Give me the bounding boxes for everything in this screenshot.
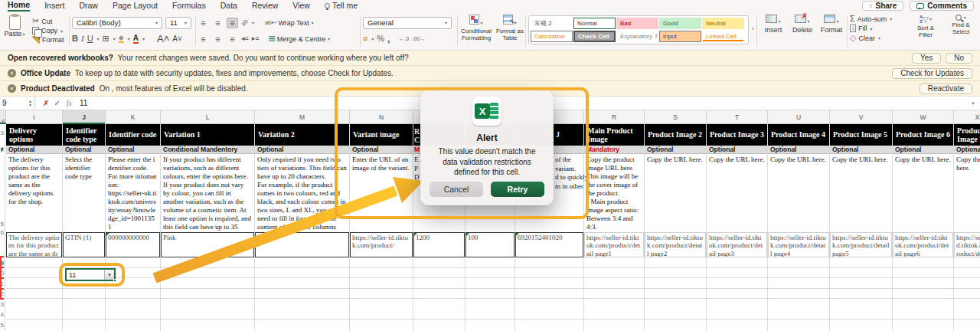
- yes-button[interactable]: Yes: [912, 53, 941, 64]
- data-cell[interactable]: 000000000000: [106, 232, 160, 257]
- name-box-stepper[interactable]: ▲▼: [26, 97, 35, 110]
- data-cell[interactable]: https://seller-id.tiktok.com/product/det…: [893, 232, 953, 257]
- column-letter-K[interactable]: K: [106, 110, 161, 124]
- shrink-font-button[interactable]: A˅: [172, 35, 182, 43]
- grow-font-button[interactable]: A˄: [157, 34, 169, 44]
- data-cell[interactable]: https://seller-id.tiktok.com/product/det…: [830, 232, 892, 257]
- clear-button[interactable]: ◇Clear▾: [850, 34, 892, 42]
- row-number[interactable]: 15: [0, 322, 4, 329]
- conditional-formatting-button[interactable]: ▾ Conditional Formatting: [459, 11, 493, 41]
- data-cell[interactable]: 100: [466, 232, 514, 257]
- wrap-text-button[interactable]: ab↩ Wrap Text▾: [265, 19, 314, 27]
- empty-rows[interactable]: [584, 257, 644, 331]
- data-cell[interactable]: https://seller-id.tiktok.com/product/det…: [707, 232, 767, 257]
- percent-button[interactable]: %: [377, 34, 384, 43]
- italic-button[interactable]: I: [81, 34, 84, 43]
- row-number[interactable]: 13: [0, 301, 4, 308]
- align-bottom-button[interactable]: ≡: [227, 18, 238, 28]
- format-as-table-button[interactable]: ▾ Format as Table: [495, 11, 525, 41]
- reactivate-button[interactable]: Reactivate: [920, 84, 972, 94]
- sort-filter-button[interactable]: AZ▽▾ Sort & Filter: [910, 11, 942, 39]
- decrease-decimal-button[interactable]: .00→: [412, 36, 425, 41]
- data-cell[interactable]: 6920152401020: [515, 232, 583, 257]
- row-number[interactable]: 3: [1, 129, 4, 136]
- check-for-updates-button[interactable]: Check for Updates: [892, 68, 972, 79]
- font-name-select[interactable]: Calibri (Body)▾: [72, 17, 162, 29]
- empty-rows[interactable]: [707, 257, 767, 331]
- data-cell[interactable]: The delivery options for this product ar…: [6, 232, 62, 257]
- empty-rows[interactable]: [413, 257, 465, 331]
- data-cell[interactable]: GTIN (1): [63, 232, 105, 257]
- cancel-entry-icon[interactable]: ✗: [43, 99, 49, 107]
- copy-button[interactable]: Copy▾: [32, 27, 64, 34]
- data-cell[interactable]: https://seller-id.tiktok.com/product/det…: [954, 232, 980, 257]
- align-middle-button[interactable]: ≡: [212, 18, 224, 28]
- empty-rows[interactable]: [830, 257, 892, 331]
- tab-data[interactable]: Data: [220, 1, 237, 11]
- data-cell[interactable]: 1200: [413, 232, 465, 257]
- fill-button[interactable]: ↓Fill▾: [850, 25, 892, 32]
- align-center-button[interactable]: ≡: [212, 34, 224, 44]
- decrease-indent-button[interactable]: ◂≡: [241, 35, 249, 42]
- align-left-button[interactable]: ≡: [198, 34, 209, 44]
- cut-button[interactable]: ✂Cut: [32, 17, 64, 25]
- column-letter-L[interactable]: L: [161, 110, 255, 124]
- style-changgui2[interactable]: 常规 2: [531, 18, 573, 29]
- number-format-select[interactable]: General▾: [363, 17, 452, 29]
- align-top-button[interactable]: ≡: [198, 18, 209, 28]
- tab-review[interactable]: Review: [252, 1, 278, 11]
- merge-centre-button[interactable]: ⊞ Merge & Centre▾: [269, 34, 331, 43]
- underline-button[interactable]: U: [87, 34, 93, 43]
- font-size-select[interactable]: 11▾: [165, 17, 191, 29]
- comments-button[interactable]: Comments: [910, 1, 974, 11]
- style-calculation[interactable]: Calculation: [531, 31, 573, 42]
- data-cell[interactable]: https://seller-id.tiktok.com/product/det…: [645, 232, 706, 257]
- empty-rows[interactable]: [6, 257, 62, 331]
- comma-button[interactable]: ,: [387, 34, 390, 44]
- formula-bar-expand-icon[interactable]: ▼: [971, 101, 975, 106]
- empty-rows[interactable]: [954, 257, 980, 331]
- style-neutral[interactable]: Neutral: [702, 18, 744, 29]
- empty-rows[interactable]: [350, 257, 413, 331]
- style-linked-cell[interactable]: Linked Cell: [702, 31, 744, 42]
- row-number[interactable]: 6: [1, 229, 4, 236]
- empty-rows[interactable]: [768, 257, 829, 331]
- bold-button[interactable]: B: [72, 34, 78, 43]
- confirm-entry-icon[interactable]: ✓: [54, 99, 60, 107]
- style-good[interactable]: Good: [659, 18, 701, 29]
- insert-cells-button[interactable]: ▾ Insert: [760, 11, 787, 34]
- data-cell[interactable]: https://seller-id.tiktok.com/product/det…: [584, 232, 644, 257]
- dismiss-icon[interactable]: ✕: [8, 69, 16, 77]
- column-letter-V[interactable]: V: [830, 110, 893, 124]
- orientation-button[interactable]: ab: [240, 18, 250, 28]
- data-cell[interactable]: Pink: [161, 232, 254, 257]
- data-cell[interactable]: [255, 232, 349, 257]
- style-bad[interactable]: Bad: [616, 18, 658, 29]
- delete-cells-button[interactable]: ▾ Delete: [789, 11, 816, 34]
- column-letter-X[interactable]: X: [954, 110, 980, 124]
- column-letter-T[interactable]: T: [707, 110, 768, 124]
- more-styles-button[interactable]: ›: [752, 25, 754, 32]
- column-letter-S[interactable]: S: [645, 110, 707, 124]
- empty-rows[interactable]: [645, 257, 706, 331]
- font-color-button[interactable]: A: [133, 34, 139, 44]
- insert-function-icon[interactable]: fx: [67, 99, 72, 107]
- style-check-cell[interactable]: Check Cell: [573, 31, 616, 42]
- increase-decimal-button[interactable]: ←.0: [399, 36, 409, 41]
- empty-rows[interactable]: [466, 257, 514, 331]
- empty-rows[interactable]: [161, 257, 254, 331]
- align-right-button[interactable]: ≡: [227, 34, 238, 44]
- empty-rows[interactable]: [515, 257, 583, 331]
- currency-button[interactable]: ¤: [363, 34, 368, 43]
- column-letter-R[interactable]: R: [584, 110, 645, 124]
- style-normal[interactable]: Normal: [573, 18, 616, 29]
- empty-rows[interactable]: [893, 257, 953, 331]
- tab-formulas[interactable]: Formulas: [172, 1, 206, 11]
- style-input[interactable]: Input: [659, 31, 701, 42]
- fill-color-button[interactable]: ◆: [119, 34, 124, 43]
- column-letter-I[interactable]: I: [6, 110, 63, 124]
- data-cell[interactable]: https://seller-id.tiktok.com/product/det…: [768, 232, 829, 257]
- tab-insert[interactable]: Insert: [44, 1, 64, 11]
- borders-button[interactable]: ⊞: [103, 34, 109, 43]
- column-letter-J[interactable]: J: [63, 110, 106, 124]
